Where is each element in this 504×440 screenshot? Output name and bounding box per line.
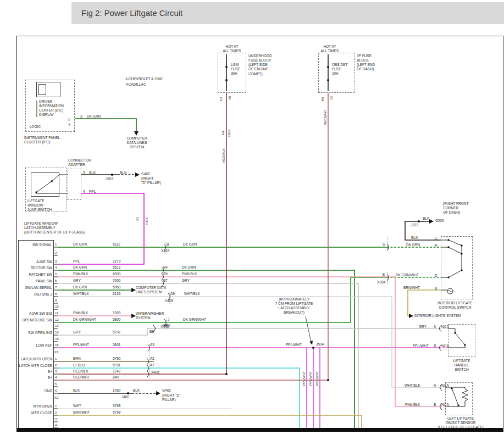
g200-location: (RIGHT FRONT CORNER OF DASH) [443, 202, 468, 215]
wiring-diagram-page: Fig 2: Power Liftgate Circuit [0, 0, 504, 440]
offpage-dest-label: WIPER/WASHER SYSTEM [136, 311, 164, 320]
wire-color-label: RED/BLK [73, 369, 88, 374]
ctlsw-caption: INTERIOR LIFTGATE CONTROL SWITCH [434, 301, 476, 310]
figure-title: Fig 2: Power Liftgate Circuit [81, 8, 182, 18]
interior-lights-dest: INTERIOR LIGHTS SYSTEM [414, 314, 461, 318]
fuse2-location: I/P FUSE BLOCK (LEFT END OF DASH) [357, 54, 375, 72]
module-pin-number: 9 [55, 299, 57, 303]
ctlsw-conn-s: S [383, 242, 385, 247]
wire-color-label: DK GRN [73, 285, 87, 289]
g200-wire-label: BLK [423, 216, 429, 221]
ipc-dest-label: COMPUTER DATA LINES SYSTEM [120, 136, 154, 149]
wire-color-label: RED/WHT [73, 375, 90, 380]
ctlsw-pin-c: C [435, 236, 437, 241]
module-pin-number: 11 [55, 311, 58, 316]
handle-wire-a: GRY [419, 325, 427, 329]
module-pin-number: 8 [55, 292, 57, 297]
module-pin-name: GND [18, 389, 52, 393]
circuit-number: 5801 [113, 343, 120, 347]
connector-pin-letter: A5 [150, 357, 154, 361]
module-pin-number: 6 [55, 389, 57, 393]
module-pin-number: 4 [55, 376, 57, 380]
ctlsw-pin-b: B [435, 286, 437, 291]
ground-g402-upper-loc: (RIGHT "D" PILLAR) [141, 176, 161, 185]
handle-pin-a: A [434, 325, 436, 329]
module-pin-number: 14 [55, 331, 59, 335]
sensor-pin-b: B [434, 403, 436, 407]
connector-pin-letter: B8 [149, 330, 154, 334]
circuit-number: 5799 [113, 410, 120, 415]
module-pin-name: PAWL SW [18, 279, 52, 283]
adapter-conn-label: A1 [136, 217, 140, 221]
module-pin-number: 2 [55, 411, 57, 415]
circuit-number: 840 [113, 375, 119, 380]
object-sensor-box [445, 382, 473, 415]
handle-pin-b: B [434, 344, 436, 348]
fuse1-wire-label: RED/BLK [222, 148, 226, 163]
fuse2-pin1: B6 [321, 97, 325, 101]
circuit-number: 5800 [113, 318, 120, 322]
module-pin-number: 12 [55, 318, 59, 322]
connector-pin-letter: J [168, 318, 169, 322]
circuit-number: 5797 [113, 330, 120, 335]
module-pin-number: 3 [55, 260, 57, 264]
circuit-number: 5790 [113, 357, 120, 361]
module-connector-x1: X1 [54, 350, 58, 355]
ppl-wht-vlabel-2: PPL/WHT [309, 371, 313, 386]
ppl-wht-vlabel-3: PPL/WHT [315, 371, 320, 386]
wire-color-label: PPL/WHT [73, 343, 89, 347]
ctlsw-wire-c: BLK [411, 236, 418, 240]
adapter-wire3b-label: BLK [120, 171, 126, 175]
fuse2-pin2: X2 [330, 96, 334, 100]
ctlsw-conn-e: E [383, 272, 385, 277]
ipc-option-1: ① [68, 118, 70, 122]
ground-g402-upper: G402 [141, 172, 150, 176]
wire-color-label: BRN/WHT [73, 410, 90, 415]
wire-color-label: GRY [182, 279, 190, 283]
module-pin-number: 1 [55, 243, 57, 247]
circuit-number: 6000 [113, 272, 120, 276]
fuse1-pin2: X5 [228, 96, 232, 100]
ipc-wire-label: DK GRN [87, 114, 101, 119]
wire-color-label: WHT/BLK [73, 292, 89, 296]
wire-color-label: WHT/BLK [184, 292, 200, 296]
wire-color-label: PNK/BLK [73, 311, 88, 315]
circuit-number: 5791 [113, 363, 120, 367]
sensor-caption: LEFT LIFTGATE OBJECT SENSOR (LEFT EDGE O… [436, 416, 485, 430]
fuse1-hot-label: HOT AT ALL TIMES [218, 44, 246, 53]
module-pin-name: LATCH MTR OPEN [18, 357, 52, 361]
fuse1-location: UNDERHOOD FUSE BLOCK (LEFT SIDE OF ENGIN… [248, 54, 272, 76]
module-connector-x2: X2 [54, 396, 58, 400]
dic-display-label: DRIVER INFORMATION CENTER (DIC) DISPLAY [39, 99, 64, 118]
adapter-pin4: 4 [83, 190, 85, 194]
module-pin-number: 3 [55, 417, 57, 422]
ppl-wht-vlabel-1: PPL/WHT [302, 371, 307, 386]
fuse2-wire-label: RED/WHT [324, 110, 328, 125]
wire-color-label: BRN [73, 357, 81, 361]
module-pin-name: AJAR SW SIG [18, 311, 52, 316]
connector-pin-letter: B [167, 242, 169, 247]
window-switch-caption: LIFTGATE WINDOW LATCH ASSEMBLY (BOTTOM C… [24, 221, 85, 235]
legend-make2: ②CADILLAC [125, 82, 146, 87]
ctlsw-pin-a: A [435, 243, 437, 248]
ground-g200: G200 [435, 219, 444, 223]
window-ajar-switch-inner [31, 172, 59, 197]
wire-color-label: GRY [73, 330, 81, 335]
window-switch-label: LIFTGATE WINDOW AJAR SWITCH [27, 199, 52, 212]
sensor-pin-a: A [434, 383, 436, 388]
dic-display-icon-inner [38, 84, 46, 95]
module-pin-number: 5 [55, 272, 57, 277]
circuit-number: 2279 [113, 259, 120, 264]
ctlsw-wire-a: DK GRN [406, 243, 420, 247]
handle-nca-a: NCA [441, 325, 449, 329]
circuit-number: 1242 [113, 369, 120, 374]
connector-pin-letter: B4 [163, 265, 168, 270]
module-pin-name: LOW REF [18, 343, 52, 348]
handle-switch-box [448, 324, 475, 357]
connector-pin-letter: A9 [170, 292, 175, 296]
wire-color-label: WHT [73, 404, 81, 408]
fuse2-hot-label: HOT AT ALL TIMES [315, 44, 344, 53]
ctlsw-wire-d: DK GRN/WHT [396, 273, 419, 277]
wire-color-label: PNK/BLK [182, 272, 197, 276]
wire-color-label: DK GRN/WHT [73, 318, 96, 322]
